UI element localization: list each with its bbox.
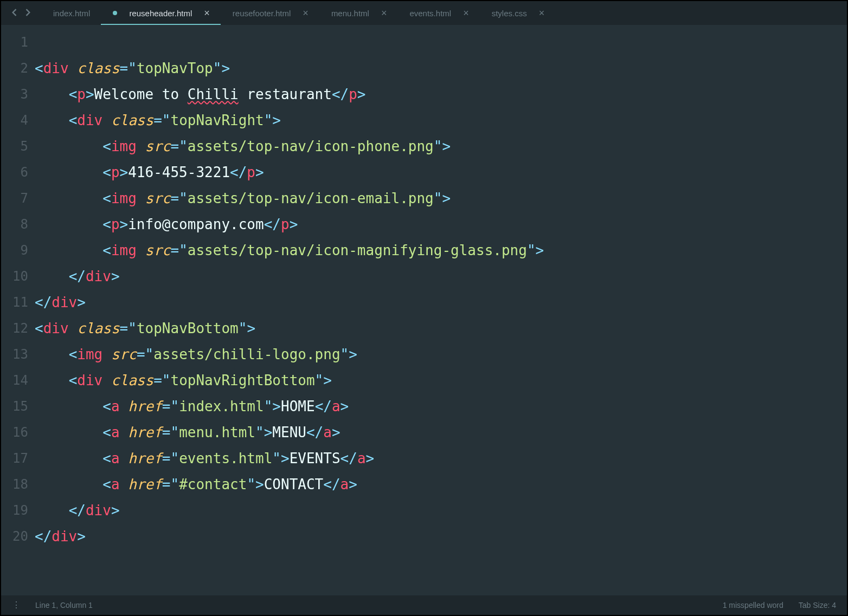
- code-area[interactable]: 1234567891011121314151617181920 <div cla…: [1, 25, 847, 595]
- close-icon[interactable]: ×: [303, 8, 309, 19]
- dirty-indicator-icon: [113, 11, 117, 15]
- token-punc: =: [137, 346, 145, 362]
- token-txt: Welcome to: [94, 86, 188, 102]
- token-str: topNavRight: [171, 112, 264, 128]
- token-punc: >: [290, 216, 298, 232]
- token-punc: >: [120, 164, 129, 180]
- token-punc: >: [281, 450, 290, 466]
- indent: [35, 164, 102, 180]
- token-punc: ": [128, 60, 137, 76]
- code-line[interactable]: </div>: [35, 289, 847, 315]
- code-line[interactable]: <a href="#contact">CONTACT</a>: [35, 471, 847, 497]
- code-line[interactable]: <div class="topNavRightBottom">: [35, 367, 847, 393]
- spellcheck-status[interactable]: 1 misspelled word: [723, 601, 783, 609]
- token-punc: >: [247, 320, 255, 336]
- token-punc: >: [111, 502, 120, 518]
- token-txt: [102, 346, 111, 362]
- token-punc: ": [213, 60, 222, 76]
- token-txt: [120, 424, 129, 440]
- token-punc: >: [77, 294, 86, 310]
- code-line[interactable]: <img src="assets/top-nav/icon-email.png"…: [35, 185, 847, 211]
- tab-events-html[interactable]: events.html×: [397, 1, 479, 25]
- token-punc: ": [179, 190, 188, 206]
- token-punc: ": [264, 398, 273, 414]
- indent: [35, 138, 102, 154]
- token-punc: </: [264, 216, 281, 232]
- menu-dots-icon[interactable]: ⋮: [12, 601, 20, 609]
- code-line[interactable]: <p>416-455-3221</p>: [35, 159, 847, 185]
- token-punc: ": [145, 346, 154, 362]
- token-tagn: div: [77, 112, 102, 128]
- token-punc: ": [170, 398, 179, 414]
- code-content[interactable]: <div class="topNavTop"> <p>Welcome to Ch…: [35, 29, 847, 595]
- nav-back-icon[interactable]: [11, 9, 17, 18]
- code-line[interactable]: </div>: [35, 497, 847, 523]
- code-line[interactable]: <img src="assets/top-nav/icon-magnifying…: [35, 237, 847, 263]
- token-str: index.html: [179, 398, 264, 414]
- code-line[interactable]: </div>: [35, 263, 847, 289]
- token-punc: ": [315, 372, 324, 388]
- token-punc: ": [162, 112, 171, 128]
- token-str: topNavBottom: [137, 320, 239, 336]
- token-attr: src: [145, 138, 171, 154]
- close-icon[interactable]: ×: [381, 8, 387, 19]
- code-line[interactable]: <a href="index.html">HOME</a>: [35, 393, 847, 419]
- tab-size-status[interactable]: Tab Size: 4: [799, 601, 836, 609]
- tab-menu-html[interactable]: menu.html×: [319, 1, 398, 25]
- token-punc: >: [357, 86, 366, 102]
- line-number: 20: [1, 523, 28, 549]
- token-punc: <: [35, 320, 43, 336]
- code-line[interactable]: <p>Welcome to Chilli restaurant</p>: [35, 81, 847, 107]
- token-tagn: img: [77, 346, 102, 362]
- close-icon[interactable]: ×: [204, 8, 210, 19]
- code-line[interactable]: <div class="topNavTop">: [35, 55, 847, 81]
- token-tagn: a: [323, 424, 332, 440]
- token-attr: href: [128, 398, 162, 414]
- line-number: 1: [1, 29, 28, 55]
- token-txt: restaurant: [239, 86, 332, 102]
- close-icon[interactable]: ×: [463, 8, 469, 19]
- indent: [35, 190, 102, 206]
- code-line[interactable]: <a href="menu.html">MENU</a>: [35, 419, 847, 445]
- tab-styles-css[interactable]: styles.css×: [480, 1, 556, 25]
- token-punc: =: [153, 112, 162, 128]
- nav-forward-icon[interactable]: [25, 9, 31, 18]
- tab-bar: index.htmlreuseheader.html×reusefooter.h…: [1, 1, 847, 25]
- tab-label: index.html: [53, 9, 90, 18]
- cursor-position[interactable]: Line 1, Column 1: [35, 601, 93, 609]
- token-tagn: p: [281, 216, 290, 232]
- token-punc: <: [102, 424, 111, 440]
- line-number: 11: [1, 289, 28, 315]
- line-number: 16: [1, 419, 28, 445]
- status-bar: ⋮ Line 1, Column 1 1 misspelled word Tab…: [1, 595, 847, 615]
- code-line[interactable]: <a href="events.html">EVENTS</a>: [35, 445, 847, 471]
- token-txt: Chilli: [188, 86, 239, 102]
- editor-window: index.htmlreuseheader.html×reusefooter.h…: [1, 1, 847, 615]
- code-line[interactable]: </div>: [35, 523, 847, 549]
- token-attr: class: [77, 320, 119, 336]
- token-str: assets/chilli-logo.png: [153, 346, 340, 362]
- code-line[interactable]: <img src="assets/chilli-logo.png">: [35, 341, 847, 367]
- line-number: 6: [1, 159, 28, 185]
- tab-index-html[interactable]: index.html: [41, 1, 101, 25]
- code-line[interactable]: <div class="topNavRight">: [35, 107, 847, 133]
- code-line[interactable]: <p>info@company.com</p>: [35, 211, 847, 237]
- code-line[interactable]: [35, 29, 847, 55]
- token-punc: </: [315, 398, 332, 414]
- token-punc: <: [69, 372, 78, 388]
- tab-reusefooter-html[interactable]: reusefooter.html×: [221, 1, 319, 25]
- indent: [35, 450, 102, 466]
- token-punc: </: [230, 164, 247, 180]
- line-number: 5: [1, 133, 28, 159]
- token-str: assets/top-nav/icon-email.png: [188, 190, 434, 206]
- code-line[interactable]: <img src="assets/top-nav/icon-phone.png"…: [35, 133, 847, 159]
- tab-reuseheader-html[interactable]: reuseheader.html×: [101, 1, 220, 25]
- line-number: 12: [1, 315, 28, 341]
- token-punc: ": [247, 476, 255, 492]
- token-tagn: div: [52, 294, 77, 310]
- token-tagn: a: [357, 450, 366, 466]
- close-icon[interactable]: ×: [539, 8, 545, 19]
- tab-label: reusefooter.html: [233, 9, 291, 18]
- token-punc: </: [35, 528, 52, 544]
- code-line[interactable]: <div class="topNavBottom">: [35, 315, 847, 341]
